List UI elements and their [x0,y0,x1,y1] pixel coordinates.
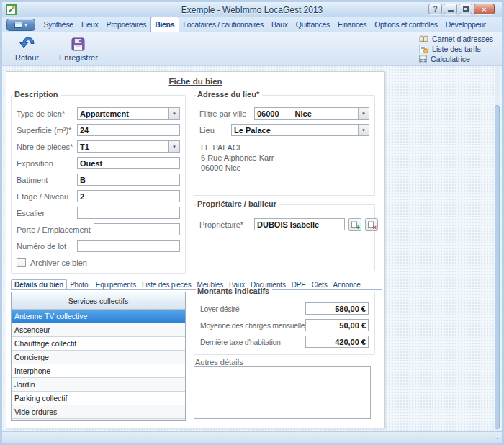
x-icon: × [373,225,377,231]
titlebar: Exemple - WebImmo LocaGest 2013 ? × [2,2,502,17]
service-row[interactable]: Ascenceur [12,323,185,337]
liste-tarifs-button[interactable]: Liste des tarifs [419,45,493,53]
service-row[interactable]: Vide ordures [12,405,185,419]
tab-equipements[interactable]: Equipements [93,280,139,289]
field-porte: Porte / Emplacement [12,221,185,238]
restore-icon [463,6,469,12]
proprietaire-input[interactable] [254,218,345,230]
field-exposition: Exposition [12,155,185,171]
field-proprietaire: Propriétaire* + × [194,216,374,233]
app-menu-button[interactable]: ▾ [6,19,35,31]
field-charges: Moyenne des charges mensuelles [194,317,374,333]
app-window: Exemple - WebImmo LocaGest 2013 ? × ▾ Sy… [0,0,504,445]
tab-lieux[interactable]: Lieux [77,17,102,32]
restore-button[interactable] [459,4,472,14]
field-escalier: Escalier [12,204,185,221]
adresse-legend: Adresse du lieu* [196,90,262,99]
adresse-group: Adresse du lieu* Filtre par ville 06000N… [194,95,375,196]
tab-details-du-bien[interactable]: Détails du bien [11,279,67,290]
services-header[interactable]: Services collectifs [12,292,185,310]
retour-button[interactable]: Retour [11,34,43,63]
service-row[interactable]: Jardin [12,378,185,392]
tab-baux[interactable]: Baux [268,17,292,32]
fiche-du-bien-form: Fiche du bien Description Type de bien* … [6,71,385,428]
batiment-input[interactable] [77,174,180,186]
nbre-pieces-select[interactable]: T1 ▼ [77,140,180,153]
close-icon: × [482,5,486,14]
type-de-bien-select[interactable]: Appartement ▼ [77,107,180,120]
lieu-select[interactable]: Le Palace ▼ [231,124,369,136]
minimize-button[interactable] [444,4,457,14]
tab-biens[interactable]: Biens [150,17,179,32]
loyer-input[interactable] [305,302,369,315]
service-row[interactable]: Chauffage collectif [12,337,185,351]
tab-proprietaires[interactable]: Propriétaires [102,17,150,32]
close-button[interactable]: × [474,4,495,14]
chevron-down-icon[interactable]: ▼ [168,141,179,152]
tab-quittances[interactable]: Quittances [292,17,333,32]
remove-owner-button[interactable]: × [365,218,378,231]
service-row[interactable]: Antenne TV collective [12,310,185,323]
field-etage: Etage / Niveau [12,188,185,204]
field-filtre-ville: Filtre par ville 06000Nice ▼ [194,105,374,122]
tab-clefs[interactable]: Clefs [309,280,330,289]
add-owner-button[interactable]: + [348,218,361,231]
ribbon-left-buttons: Retour Enregistrer [11,34,102,63]
address-book-icon [419,35,428,43]
montants-legend: Montants indicatifs [196,287,272,295]
etage-input[interactable] [77,190,180,202]
chevron-down-icon[interactable]: ▼ [358,125,369,135]
plus-icon: + [356,224,360,231]
field-superficie: Superficie (m²)* [12,122,185,138]
window-title: Exemple - WebImmo LocaGest 2013 [2,5,502,15]
autres-details-input[interactable] [194,366,371,419]
exposition-input[interactable] [77,157,180,169]
charges-input[interactable] [305,319,369,331]
field-type-de-bien: Type de bien* Appartement ▼ [12,105,185,122]
service-row[interactable]: Concierge [12,351,185,364]
help-icon: ? [433,5,437,13]
minimize-icon [448,10,454,12]
tab-options[interactable]: Options et contrôles [371,17,441,32]
numero-lot-input[interactable] [77,240,180,252]
calculatrice-button[interactable]: Calculatrice [419,55,493,63]
field-loyer: Loyer désiré [194,300,374,317]
tab-annonce[interactable]: Annonce [330,280,363,289]
filtre-ville-select[interactable]: 06000Nice ▼ [254,107,369,120]
proprietaire-legend: Propriétaire / bailleur [196,199,279,208]
service-row[interactable]: Interphone [12,364,185,378]
help-button[interactable]: ? [428,4,442,14]
window-controls: ? × [428,4,495,14]
field-batiment: Batiment [12,171,185,188]
vertical-scrollbar[interactable] [495,66,500,431]
archiver-checkbox[interactable] [17,258,26,267]
tab-locataires[interactable]: Locataires / cautionnaires [179,17,268,32]
tab-liste-des-pieces[interactable]: Liste des pièces [139,280,194,289]
tab-photo[interactable]: Photo. [67,280,93,289]
field-taxe-habitation: Dernière taxe d'habitation [194,333,374,350]
tab-developpeur[interactable]: Développeur [441,17,490,32]
tab-dpe[interactable]: DPE [289,280,309,289]
proprietaire-group: Propriétaire / bailleur Propriétaire* + … [194,204,375,271]
save-floppy-icon [71,35,85,53]
porte-input[interactable] [94,223,180,235]
tab-synthese[interactable]: Synthèse [40,17,77,32]
field-archiver: Archiver ce bien [12,254,185,271]
chevron-down-icon[interactable]: ▼ [168,108,179,119]
field-nbre-pieces: Nbre de pièces* T1 ▼ [12,138,185,155]
carnet-adresses-button[interactable]: Carnet d'adresses [419,35,493,43]
ribbon-right-buttons: Carnet d'adresses Liste des tarifs [419,35,493,63]
resize-grip[interactable] [492,433,500,441]
app-menu-icon [14,22,22,28]
scrollbar-thumb[interactable] [495,105,500,429]
chevron-down-icon[interactable]: ▼ [358,108,369,119]
escalier-input[interactable] [77,207,180,219]
description-group: Description Type de bien* Appartement ▼ … [11,95,186,274]
superficie-input[interactable] [77,124,180,136]
taxe-habitation-input[interactable] [305,336,369,348]
enregistrer-button[interactable]: Enregistrer [55,34,102,63]
service-row[interactable]: Parking collectif [12,392,185,405]
calculator-icon [419,55,427,63]
price-list-icon [419,45,428,53]
tab-finances[interactable]: Finances [334,17,371,32]
